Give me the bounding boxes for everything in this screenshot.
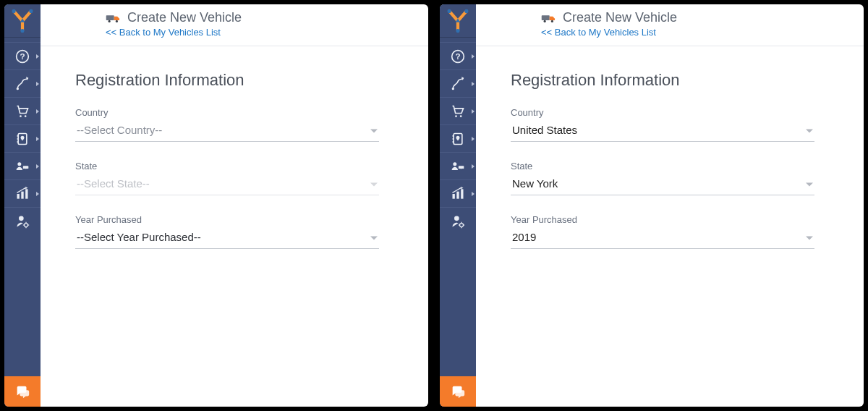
sidebar-item-analytics[interactable]: [4, 179, 41, 207]
users-vehicle-icon: [15, 159, 30, 174]
sidebar-nav: ?: [4, 38, 41, 234]
sidebar-item-routes[interactable]: [4, 69, 41, 97]
sidebar-item-analytics[interactable]: [440, 179, 476, 207]
svg-rect-50: [456, 191, 459, 198]
svg-point-31: [448, 9, 451, 12]
state-select: --Select State--: [75, 174, 379, 195]
back-link[interactable]: << Back to My Vehicles List: [106, 27, 221, 38]
field-year: Year Purchased 2019: [511, 214, 814, 249]
help-icon: ?: [451, 49, 465, 64]
address-book-icon: [451, 132, 465, 146]
svg-point-32: [464, 9, 468, 12]
section-title: Registration Information: [75, 71, 393, 90]
user-settings-icon: [15, 214, 30, 229]
state-label: State: [511, 161, 814, 171]
field-year: Year Purchased --Select Year Purchased--: [75, 214, 379, 249]
routes-icon: [15, 77, 30, 91]
chevron-down-icon: [370, 130, 378, 133]
svg-point-53: [454, 216, 459, 221]
year-value: 2019: [512, 231, 536, 243]
year-select[interactable]: 2019: [511, 228, 814, 249]
svg-point-0: [12, 9, 16, 12]
svg-marker-52: [461, 187, 463, 189]
country-select[interactable]: United States: [511, 121, 814, 142]
country-select[interactable]: --Select Country--: [75, 121, 379, 142]
analytics-icon: [15, 187, 30, 201]
svg-rect-51: [461, 189, 463, 198]
chevron-down-icon: [806, 130, 813, 133]
state-select[interactable]: New York: [511, 174, 814, 195]
svg-rect-59: [542, 15, 550, 20]
help-icon: ?: [15, 49, 30, 64]
svg-point-7: [17, 88, 19, 90]
form-content: Registration Information Country --Selec…: [41, 46, 428, 292]
app-logo[interactable]: [4, 4, 41, 38]
svg-point-48: [461, 168, 464, 170]
chat-button[interactable]: [4, 376, 41, 407]
sidebar: ?: [440, 4, 476, 407]
chat-icon: [14, 384, 30, 399]
svg-marker-21: [25, 187, 27, 189]
sidebar-item-orders[interactable]: [440, 97, 476, 124]
main-right: Create New Vehicle << Back to My Vehicle…: [476, 4, 864, 407]
sidebar-item-routes[interactable]: [440, 69, 476, 97]
truck-icon: [541, 12, 557, 24]
cart-icon: [451, 104, 465, 119]
chat-button[interactable]: [440, 376, 476, 407]
svg-rect-49: [453, 194, 455, 199]
truck-icon: [106, 12, 122, 24]
chevron-down-icon: [370, 183, 378, 187]
state-value: --Select State--: [77, 177, 150, 190]
svg-point-16: [23, 168, 25, 170]
page-title-row: Create New Vehicle: [541, 10, 849, 25]
svg-point-33: [456, 29, 459, 33]
page-header: Create New Vehicle << Back to My Vehicle…: [476, 4, 864, 46]
sidebar-item-user-settings[interactable]: [440, 207, 476, 234]
svg-point-38: [452, 88, 454, 90]
svg-point-60: [544, 20, 546, 22]
sidebar-item-fleet[interactable]: [4, 152, 41, 179]
svg-rect-18: [17, 194, 20, 199]
svg-rect-20: [25, 189, 27, 198]
chevron-down-icon: [806, 183, 813, 187]
form-content: Registration Information Country United …: [476, 46, 864, 292]
svg-point-22: [19, 216, 24, 221]
svg-point-1: [29, 9, 33, 12]
svg-point-23: [25, 223, 28, 226]
main-left: Create New Vehicle << Back to My Vehicle…: [41, 4, 428, 407]
page-header: Create New Vehicle << Back to My Vehicle…: [41, 4, 428, 46]
sidebar-item-help[interactable]: ?: [4, 42, 41, 69]
sidebar-item-orders[interactable]: [4, 97, 41, 124]
svg-point-29: [109, 20, 111, 22]
back-link[interactable]: << Back to My Vehicles List: [541, 27, 656, 38]
app-logo[interactable]: [440, 4, 476, 38]
sidebar-item-user-settings[interactable]: [4, 207, 41, 234]
page-title: Create New Vehicle: [563, 10, 677, 25]
svg-point-17: [26, 168, 27, 170]
state-value: New York: [512, 177, 558, 190]
sidebar-item-addresses[interactable]: [440, 124, 476, 152]
svg-point-14: [17, 162, 21, 166]
year-label: Year Purchased: [511, 214, 814, 225]
country-value: United States: [512, 124, 577, 136]
svg-point-8: [20, 115, 22, 117]
user-settings-icon: [451, 214, 465, 229]
state-label: State: [75, 161, 379, 171]
svg-point-45: [453, 162, 456, 166]
sidebar-item-addresses[interactable]: [4, 124, 41, 152]
svg-text:?: ?: [455, 51, 460, 61]
year-label: Year Purchased: [75, 214, 379, 225]
panel-before: ?: [4, 4, 428, 407]
field-country: Country --Select Country--: [75, 107, 379, 142]
svg-point-2: [20, 29, 24, 33]
sidebar-item-help[interactable]: ?: [440, 42, 476, 69]
svg-rect-15: [23, 166, 29, 169]
chevron-down-icon: [806, 237, 813, 240]
svg-text:?: ?: [20, 51, 25, 61]
sidebar: ?: [4, 4, 41, 407]
page-title-row: Create New Vehicle: [106, 10, 414, 25]
sidebar-item-fleet[interactable]: [440, 152, 476, 179]
svg-point-61: [551, 20, 553, 22]
year-select[interactable]: --Select Year Purchased--: [75, 228, 379, 249]
address-book-icon: [15, 132, 30, 146]
